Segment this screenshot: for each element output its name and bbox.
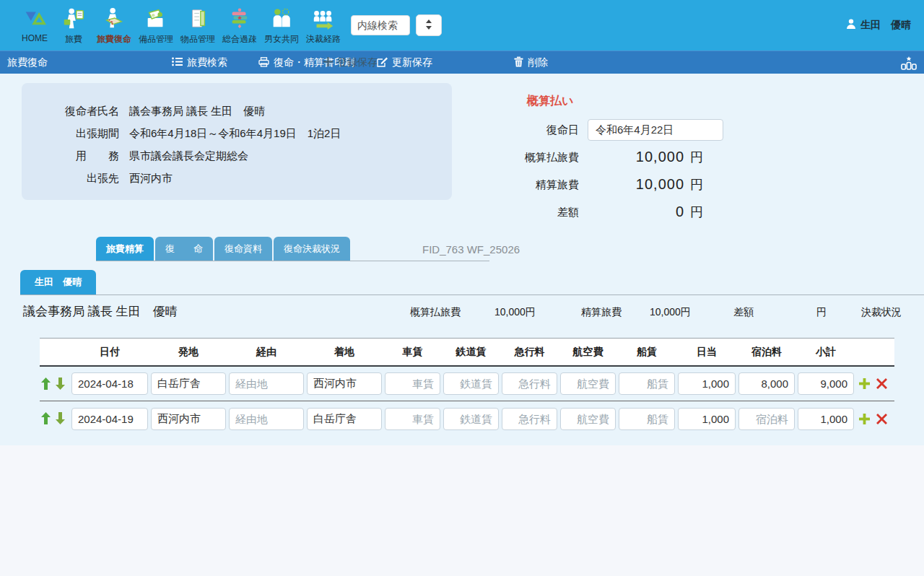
col-header-air: 航空費 <box>560 346 616 359</box>
advance-amount-value: 10,000円 <box>588 149 703 166</box>
traveler-icon <box>60 5 87 32</box>
col-header-ship: 船賃 <box>619 346 675 359</box>
bottom-area <box>0 445 924 576</box>
nav-item-home[interactable]: HOME <box>19 5 51 43</box>
unit-text: 円 <box>690 205 703 219</box>
fare-input[interactable] <box>385 408 440 430</box>
settlement-amount-label: 精算旅費 <box>505 178 579 192</box>
move-down-icon[interactable] <box>54 412 66 425</box>
date-input[interactable] <box>71 372 148 395</box>
nav-item-travel-expense[interactable]: 旅費 <box>58 5 90 45</box>
printer-icon <box>258 57 269 69</box>
amount-text: 10,000 <box>636 149 684 165</box>
travel-expense-app: HOME 旅費 旅費復命 備品管理 <box>0 0 924 576</box>
ship-fare-input[interactable] <box>619 372 675 395</box>
tab-person[interactable]: 生田 優晴 <box>20 270 96 294</box>
search-scope-dropdown[interactable] <box>416 14 442 36</box>
delete-row-icon[interactable] <box>874 377 889 391</box>
from-input[interactable] <box>151 372 226 395</box>
register-save-label: 登録保存 <box>337 56 378 69</box>
delete-row-icon[interactable] <box>874 411 889 426</box>
trip-info-value: 令和6年4月18日～令和6年4月19日 1泊2日 <box>129 127 341 141</box>
col-header-via: 経由 <box>229 346 304 359</box>
trip-info-value: 西河内市 <box>129 172 173 186</box>
nav-item-gender-equality[interactable]: 男女共同 <box>264 5 299 45</box>
nav-item-depopulation[interactable]: 総合過疎 <box>222 5 257 45</box>
travel-report-icon <box>100 5 128 32</box>
report-date-row: 復命日 <box>505 116 816 144</box>
trip-info-label: 出張期間 <box>43 127 119 141</box>
tab-report-materials[interactable]: 復命資料 <box>214 237 272 261</box>
approval-route-icon <box>310 5 337 32</box>
col-header-from: 発地 <box>151 346 226 359</box>
to-input[interactable] <box>307 408 382 430</box>
update-save-button[interactable]: 更新保存 <box>377 51 432 74</box>
nav-label: 男女共同 <box>264 33 299 45</box>
nav-label: 総合過疎 <box>222 33 257 45</box>
via-input[interactable] <box>229 408 304 430</box>
advance-amount-row: 概算払旅費 10,000円 <box>505 144 816 171</box>
person-tab-row: 生田 優晴 <box>20 270 924 295</box>
air-fare-input[interactable] <box>560 372 616 395</box>
subtotal-input[interactable] <box>798 372 854 395</box>
move-up-icon[interactable] <box>40 378 51 390</box>
travel-search-button[interactable]: 旅費検索 <box>172 51 227 74</box>
rail-fare-input[interactable] <box>443 408 499 430</box>
updown-arrows-icon <box>424 19 433 32</box>
module-title: 旅費復命 <box>7 51 48 74</box>
register-save-button[interactable]: 登録保存 <box>323 51 378 74</box>
express-fare-input[interactable] <box>502 408 557 430</box>
nav-item-approval-route[interactable]: 決裁経路 <box>306 5 341 45</box>
add-row-icon[interactable] <box>857 411 871 426</box>
tab-travel-settlement[interactable]: 旅費精算 <box>96 237 154 261</box>
row-reorder <box>40 378 69 390</box>
ship-fare-input[interactable] <box>619 408 675 430</box>
fare-input[interactable] <box>385 372 440 395</box>
daily-allowance-input[interactable] <box>678 408 736 430</box>
nav-label: 旅費復命 <box>97 33 131 45</box>
nav-label: 備品管理 <box>139 33 173 45</box>
tab-approval-status[interactable]: 復命決裁状況 <box>274 237 350 261</box>
lodging-input[interactable] <box>738 408 795 430</box>
advance-payment-section: 概算払い 復命日 概算払旅費 10,000円 精算旅費 10,000円 差額 0… <box>505 94 816 226</box>
user-icon <box>845 18 857 32</box>
extension-search <box>351 15 410 35</box>
col-header-subtotal: 小計 <box>798 346 854 359</box>
lodging-input[interactable] <box>738 372 795 395</box>
move-down-icon[interactable] <box>54 378 66 390</box>
edit-icon <box>377 56 388 69</box>
add-row-icon[interactable] <box>857 377 871 391</box>
expense-table: 日付 発地 経由 着地 車賃 鉄道賃 急行料 航空費 船賃 日当 宿泊料 小計 <box>40 338 894 436</box>
unit-text: 円 <box>690 178 703 192</box>
express-fare-input[interactable] <box>502 372 557 395</box>
from-input[interactable] <box>151 408 226 430</box>
air-fare-input[interactable] <box>560 408 616 430</box>
user-menu[interactable]: 生田 優晴 <box>845 18 911 32</box>
delete-button[interactable]: 削除 <box>514 51 548 74</box>
summary-advance-value: 10,000円 <box>494 306 536 319</box>
move-up-icon[interactable] <box>40 412 51 425</box>
summary-diff-label: 差額 <box>733 306 754 319</box>
row-reorder <box>40 412 69 425</box>
tab-report[interactable]: 復 命 <box>155 237 213 261</box>
date-input[interactable] <box>71 408 148 430</box>
nav-label: HOME <box>22 33 48 43</box>
subtotal-input[interactable] <box>798 408 854 430</box>
podium-icon[interactable] <box>901 51 917 74</box>
col-header-date: 日付 <box>71 346 148 359</box>
trip-info-panel: 復命者氏名 議会事務局 議長 生田 優晴 出張期間 令和6年4月18日～令和6年… <box>22 83 452 200</box>
extension-search-input[interactable] <box>351 15 410 35</box>
nav-item-travel-report[interactable]: 旅費復命 <box>97 5 131 45</box>
via-input[interactable] <box>229 372 304 395</box>
update-save-label: 更新保存 <box>392 56 432 69</box>
equipment-icon <box>142 5 170 32</box>
nav-item-goods[interactable]: 物品管理 <box>180 5 215 45</box>
home-logo-icon <box>21 5 48 32</box>
table-row <box>40 401 894 436</box>
nav-item-equipment[interactable]: 備品管理 <box>139 5 173 45</box>
rail-fare-input[interactable] <box>443 372 499 395</box>
daily-allowance-input[interactable] <box>678 372 736 395</box>
report-date-input[interactable] <box>588 119 723 141</box>
unit-text: 円 <box>690 150 703 165</box>
to-input[interactable] <box>307 372 382 395</box>
